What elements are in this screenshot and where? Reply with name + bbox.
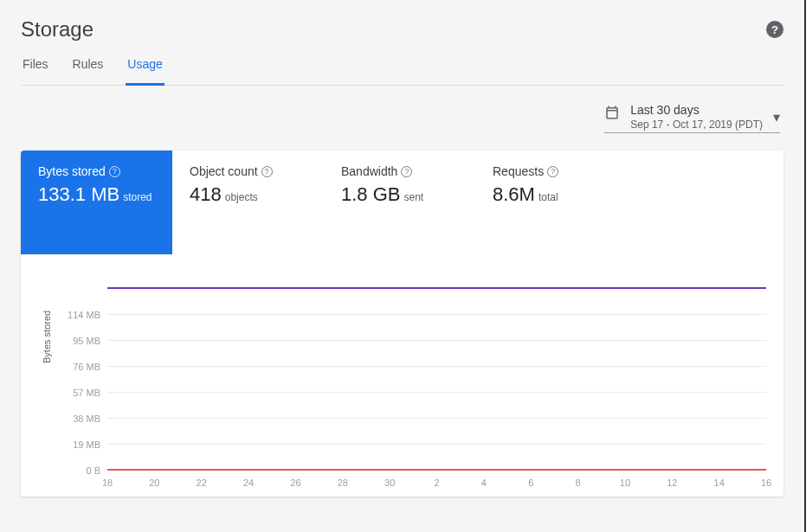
gridline [107, 418, 766, 419]
info-icon[interactable]: ? [401, 166, 412, 177]
x-tick-label: 30 [384, 478, 395, 488]
x-tick-label: 2 [434, 478, 439, 488]
x-tick-label: 8 [576, 478, 581, 488]
gridline [107, 392, 766, 393]
date-range-picker[interactable]: Last 30 days Sep 17 - Oct 17, 2019 (PDT)… [604, 103, 780, 133]
x-tick-label: 14 [714, 478, 725, 488]
x-tick-label: 6 [528, 478, 533, 488]
info-icon[interactable]: ? [261, 166, 273, 177]
x-tick-label: 16 [761, 478, 771, 488]
page-title: Storage [21, 17, 93, 42]
tab-bar: Files Rules Usage [21, 57, 783, 86]
y-tick-label: 95 MB [66, 336, 100, 346]
x-tick-label: 18 [102, 478, 113, 488]
y-tick-label: 114 MB [66, 310, 100, 320]
metric-suffix: stored [123, 191, 152, 203]
metric-bandwidth[interactable]: Bandwidth ? 1.8 GB sent [324, 151, 475, 254]
gridline [107, 366, 766, 367]
metric-label-text: Bytes stored [38, 164, 106, 178]
y-tick-label: 19 MB [66, 439, 100, 450]
date-range-sublabel: Sep 17 - Oct 17, 2019 (PDT) [630, 119, 763, 131]
metric-label-text: Bandwidth [341, 164, 397, 178]
metric-label-text: Requests [493, 164, 544, 178]
y-axis-label: Bytes stored [42, 311, 52, 363]
tab-rules[interactable]: Rules [71, 57, 106, 86]
gridline [107, 340, 766, 341]
usage-card: Bytes stored ? 133.1 MB stored Object co… [21, 151, 783, 497]
x-tick-label: 26 [290, 478, 300, 488]
usage-chart: Bytes stored 0 B19 MB38 MB57 MB76 MB95 M… [21, 254, 783, 497]
calendar-icon [604, 105, 620, 120]
chart-series-line [107, 469, 766, 471]
gridline [107, 444, 766, 445]
info-icon[interactable]: ? [547, 166, 558, 177]
y-tick-label: 76 MB [66, 362, 100, 372]
x-tick-label: 20 [149, 478, 159, 488]
info-icon[interactable]: ? [109, 166, 120, 177]
metric-value: 418 [190, 183, 222, 206]
metric-value: 1.8 GB [341, 183, 400, 206]
help-icon[interactable]: ? [766, 21, 783, 38]
gridline [107, 314, 766, 315]
metrics-row: Bytes stored ? 133.1 MB stored Object co… [21, 151, 783, 254]
metric-suffix: sent [403, 191, 423, 203]
metric-label-text: Object count [190, 164, 258, 178]
chevron-down-icon: ▾ [773, 109, 780, 125]
x-tick-label: 24 [243, 478, 254, 488]
y-tick-label: 57 MB [66, 388, 100, 398]
metric-value: 8.6M [493, 183, 535, 206]
metric-suffix: total [538, 191, 558, 203]
x-tick-label: 4 [481, 478, 487, 488]
metric-bytes-stored[interactable]: Bytes stored ? 133.1 MB stored [21, 151, 172, 254]
x-tick-label: 28 [338, 478, 348, 488]
metric-suffix: objects [225, 191, 258, 203]
tab-usage[interactable]: Usage [126, 57, 164, 86]
x-tick-label: 10 [620, 478, 630, 488]
metric-requests[interactable]: Requests ? 8.6M total [475, 151, 627, 254]
metric-object-count[interactable]: Object count ? 418 objects [172, 151, 324, 254]
chart-series-line [107, 287, 766, 289]
tab-files[interactable]: Files [21, 57, 50, 86]
y-tick-label: 38 MB [66, 413, 100, 424]
date-range-label: Last 30 days [630, 103, 763, 117]
y-tick-label: 0 B [66, 465, 100, 476]
x-tick-label: 12 [667, 478, 677, 488]
x-tick-label: 22 [197, 478, 207, 488]
metric-value: 133.1 MB [38, 183, 119, 206]
